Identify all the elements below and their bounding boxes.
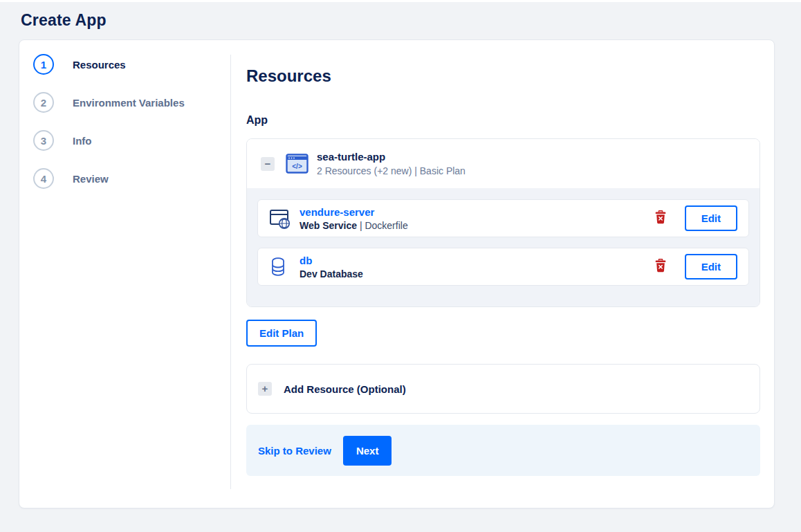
create-app-wizard-card: 1 Resources 2 Environment Variables 3 In… <box>19 39 775 508</box>
step-label: Environment Variables <box>73 97 185 109</box>
resource-text-block: vendure-server Web Service | Dockerfile <box>300 206 408 231</box>
resource-row-actions: Edit <box>654 205 737 231</box>
sidebar-divider <box>230 55 231 489</box>
app-name: sea-turtle-app <box>317 151 466 163</box>
plus-icon: + <box>262 383 268 395</box>
trash-icon <box>654 259 667 275</box>
top-strip <box>0 0 801 2</box>
collapse-app-button[interactable]: − <box>261 157 275 171</box>
resource-row-vendure-server: vendure-server Web Service | Dockerfile <box>257 199 749 237</box>
app-card-header: − </> sea-turtle-app 2 Resources (+2 new… <box>247 139 759 188</box>
step-number-badge: 2 <box>33 92 54 113</box>
step-label: Info <box>73 135 92 147</box>
app-summary: 2 Resources (+2 new) | Basic Plan <box>317 165 466 176</box>
resource-description: Dev Database <box>300 268 363 279</box>
edit-resource-button[interactable]: Edit <box>685 254 737 279</box>
resource-name-link[interactable]: db <box>300 255 363 266</box>
resource-row-db: db Dev Database <box>257 248 749 286</box>
minus-icon: − <box>265 158 271 170</box>
step-resources[interactable]: 1 Resources <box>33 54 230 75</box>
resource-list: vendure-server Web Service | Dockerfile <box>247 188 759 306</box>
resource-text-block: db Dev Database <box>300 255 363 279</box>
step-number-badge: 1 <box>33 54 54 75</box>
skip-to-review-link[interactable]: Skip to Review <box>258 445 331 457</box>
resource-type: Web Service <box>300 220 357 231</box>
delete-resource-button[interactable] <box>654 259 667 275</box>
app-title-block: sea-turtle-app 2 Resources (+2 new) | Ba… <box>317 151 466 176</box>
step-number-badge: 3 <box>33 130 54 151</box>
next-button[interactable]: Next <box>343 436 392 466</box>
app-section-label: App <box>246 114 760 127</box>
step-content-panel: Resources App − </> <box>230 40 774 508</box>
step-label: Resources <box>73 59 126 71</box>
add-resource-label: Add Resource (Optional) <box>284 383 406 395</box>
resource-description: Web Service | Dockerfile <box>300 220 408 231</box>
web-service-globe-icon <box>269 208 291 230</box>
expand-add-resource-button[interactable]: + <box>258 382 272 396</box>
database-icon <box>269 256 291 278</box>
svg-text:</>: </> <box>292 163 302 170</box>
resource-row-actions: Edit <box>654 254 737 279</box>
step-number-badge: 4 <box>33 168 54 189</box>
step-info[interactable]: 3 Info <box>33 130 230 151</box>
resource-detail: Dockerfile <box>365 220 407 231</box>
step-environment-variables[interactable]: 2 Environment Variables <box>33 92 230 113</box>
step-review[interactable]: 4 Review <box>33 168 230 189</box>
resource-separator: | <box>357 220 365 231</box>
edit-resource-button[interactable]: Edit <box>685 205 737 231</box>
resource-name-link[interactable]: vendure-server <box>300 206 408 218</box>
page-title: Create App <box>21 11 801 30</box>
app-window-code-icon: </> <box>286 154 309 174</box>
edit-plan-button[interactable]: Edit Plan <box>246 320 317 347</box>
resource-type: Dev Database <box>300 268 363 279</box>
delete-resource-button[interactable] <box>654 210 667 226</box>
add-resource-section[interactable]: + Add Resource (Optional) <box>246 364 760 414</box>
trash-icon <box>654 210 667 226</box>
app-card: − </> sea-turtle-app 2 Resources (+2 new… <box>246 138 760 307</box>
step-label: Review <box>73 173 109 185</box>
resources-heading: Resources <box>246 68 760 84</box>
wizard-steps-sidebar: 1 Resources 2 Environment Variables 3 In… <box>19 40 230 508</box>
wizard-footer-bar: Skip to Review Next <box>246 425 760 476</box>
